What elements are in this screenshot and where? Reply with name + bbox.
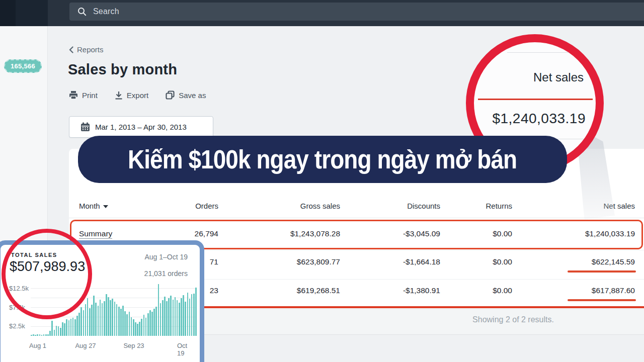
results-count: Showing 2 of 2 results. [382,315,644,324]
chart-bar [51,321,53,336]
chart-bar [33,334,34,336]
chart-bar [143,315,145,336]
chart-bar [110,300,111,336]
chart-bar [189,299,191,336]
chart-bar [35,335,36,336]
chart-bar [120,309,122,336]
chart-bar [179,303,180,336]
chart-bar [31,335,32,336]
sidebar-edge [0,0,16,26]
row3-orders: 23 [210,286,218,295]
y-tick-2-5k: $2.5k [9,322,25,330]
chart-bar [100,300,101,336]
table-bottom-redline [202,306,644,308]
chart-bar [175,297,176,336]
chart-bar [76,316,78,336]
chart-bar [64,323,65,336]
x-tick-sep23: Sep 23 [123,342,144,349]
chart-bar [108,297,109,336]
x-tick-aug27: Aug 27 [75,342,96,349]
chart-bar [145,318,147,336]
date-range-picker[interactable]: Mar 1, 2013 – Apr 30, 2013 [69,116,213,138]
row3-discounts: -$1,380.91 [403,286,440,295]
chart-bar [60,328,61,336]
date-range-value: Mar 1, 2013 – Apr 30, 2013 [95,123,187,131]
row3-gross: $619,268.51 [297,286,340,295]
chart-bar [191,294,193,336]
export-button[interactable]: Export [115,90,148,100]
chart-bar [49,331,51,336]
chart-bar [155,307,157,336]
column-header-month[interactable]: Month [79,202,108,210]
chart-bar [129,312,130,336]
report-actions: Print Export Save as [69,90,206,100]
duplicate-icon [166,90,175,100]
chart-bar [58,326,59,336]
save-as-button[interactable]: Save as [166,90,206,100]
chart-bar [166,301,168,336]
chart-bar [168,298,170,336]
callout-red-divider [478,99,593,100]
chart-bar [62,322,63,336]
chart-bar [114,302,116,336]
chart-bar [135,322,136,336]
column-header-orders[interactable]: Orders [195,202,218,210]
chart-bar [47,334,49,336]
chart-bar [193,294,195,336]
chart-bar [87,298,89,336]
chart-bar [173,300,174,336]
chart-bar [164,297,166,336]
count-badge: 165,566 [4,59,42,73]
chart-bar [70,319,72,336]
column-header-gross-sales[interactable]: Gross sales [300,202,340,210]
caption-text: Kiếm $100k ngay trong ngày mở bán [128,145,517,174]
chart-bar [151,312,153,336]
chart-bar [149,310,151,336]
column-header-discounts[interactable]: Discounts [407,202,440,210]
chart-bar [185,302,186,336]
chart-bar [141,319,142,336]
inset-date-range: Aug 1–Oct 19 [144,253,188,261]
x-tick-oct19: Oct 19 [177,342,192,357]
print-button[interactable]: Print [69,90,98,100]
printer-icon [69,91,78,100]
chart-bar [95,303,97,336]
chart-bar [122,306,124,336]
chart-bar [37,334,38,336]
chart-bar [126,314,128,336]
breadcrumb[interactable]: Reports [69,45,104,54]
row2-returns: $0.00 [493,257,512,266]
search-placeholder: Search [93,7,119,16]
chart-bar [139,322,140,336]
chart-bar [91,305,93,336]
sort-desc-icon [103,205,108,208]
row3-net: $617,887.60 [592,286,635,295]
chart-bar [98,306,99,336]
chart-bar [160,303,162,336]
chart-bar [89,308,91,336]
print-label: Print [82,91,98,100]
row2-discounts: -$1,664.18 [403,257,440,266]
export-label: Export [127,91,148,100]
callout-gridline [507,52,596,53]
chart-bar [68,320,70,336]
screen: Search 165,566 Reports Sales by month Pr… [0,0,644,362]
column-header-returns[interactable]: Returns [486,202,512,210]
chart-bar [54,330,55,336]
search-input[interactable]: Search [69,3,644,21]
chart-bar [177,300,178,336]
chart-bar [162,300,164,336]
chart-bar [39,334,41,336]
chart-bar [72,318,74,336]
chart-bar [74,319,76,336]
chart-bar [195,288,197,336]
header-divider [69,218,644,218]
callout-net-sales-value: $1,240,033.19 [492,111,586,127]
search-icon [77,7,87,16]
caption-banner: Kiếm $100k ngay trong ngày mở bán [78,136,567,183]
row2-gross: $623,809.77 [297,257,340,266]
net-sales-underline-row3 [568,299,636,301]
chart-bar [124,311,126,336]
x-tick-aug1: Aug 1 [29,342,46,349]
chart-bar [66,319,67,336]
